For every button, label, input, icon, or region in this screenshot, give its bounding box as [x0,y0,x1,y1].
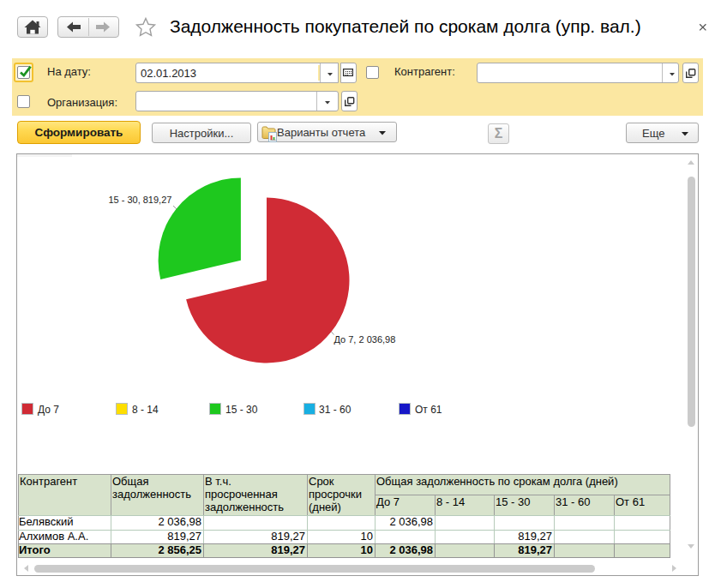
svg-text:До 7, 2 036,98: До 7, 2 036,98 [334,334,396,345]
svg-text:15 - 30, 819,27: 15 - 30, 819,27 [108,195,171,205]
